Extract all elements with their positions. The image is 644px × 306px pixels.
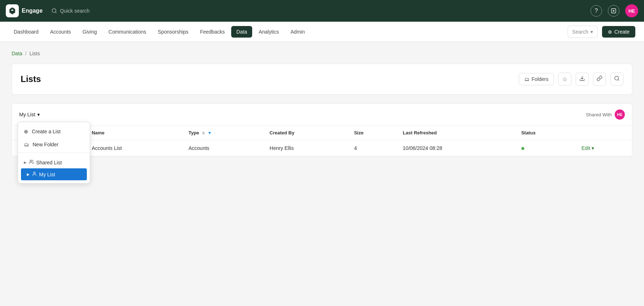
breadcrumb-root[interactable]: Data	[12, 51, 22, 56]
link-button[interactable]	[593, 73, 606, 86]
quick-search-label: Quick search	[60, 8, 90, 14]
col-status[interactable]: Status	[516, 126, 576, 140]
download-icon	[579, 76, 585, 83]
star-icon: ☆	[562, 76, 567, 83]
app-name: Engage	[22, 8, 43, 14]
nav-data[interactable]: Data	[231, 26, 252, 38]
nav-analytics[interactable]: Analytics	[254, 26, 284, 38]
dropdown-tree-section: ▶ Shared List ▶	[18, 154, 90, 180]
edit-button[interactable]: Edit ▾	[581, 145, 626, 151]
lists-table: Ref ⇅ Name Type ⇅ ▼ Created By	[12, 126, 632, 156]
breadcrumb: Data / Lists	[12, 51, 632, 56]
star-button[interactable]: ☆	[558, 73, 571, 86]
create-list-label: Create a List	[32, 129, 60, 134]
cell-created-by: Henry Ellis	[264, 140, 348, 156]
col-size[interactable]: Size	[348, 126, 397, 140]
nav-giving[interactable]: Giving	[77, 26, 102, 38]
shared-with-label: Shared With	[586, 112, 612, 117]
type-sort-icon: ⇅	[202, 131, 205, 135]
shared-with-avatar: HE	[615, 109, 625, 120]
nav-feedbacks[interactable]: Feedbacks	[195, 26, 230, 38]
svg-point-3	[615, 76, 619, 80]
user-avatar[interactable]: HE	[625, 4, 638, 17]
link-icon	[597, 76, 602, 83]
nav-search-button[interactable]: Search ▾	[568, 26, 598, 38]
my-list-tree-item[interactable]: ▶ My List	[21, 168, 87, 180]
create-list-plus-icon: ⊕	[24, 129, 28, 134]
table-container: Ref ⇅ Name Type ⇅ ▼ Created By	[12, 126, 632, 156]
dropdown-menu: ⊕ Create a List 🗂 New Folder ▶ Sh	[18, 122, 90, 184]
main-content: Data / Lists Lists 🗂 Folders ☆	[0, 42, 644, 165]
my-list-label: My List	[19, 112, 35, 117]
logo-container[interactable]: Engage	[6, 4, 43, 17]
edit-chevron-icon: ▾	[592, 145, 594, 151]
top-bar: Engage Quick search ? HE	[0, 0, 644, 22]
shared-list-person-icon	[29, 159, 34, 165]
type-filter-icon: ▼	[208, 130, 212, 135]
cell-status	[516, 140, 576, 156]
list-area: My List ▾ Shared With HE ⊕ Create a List…	[12, 103, 632, 157]
folders-label: Folders	[531, 76, 548, 82]
logo-icon	[6, 4, 19, 17]
col-last-refreshed[interactable]: Last Refreshed	[397, 126, 515, 140]
cell-size: 4	[348, 140, 397, 156]
my-list-tree-label: My List	[39, 172, 55, 177]
status-active-dot	[521, 147, 524, 150]
nav-accounts[interactable]: Accounts	[45, 26, 76, 38]
svg-point-4	[30, 160, 32, 162]
help-icon: ?	[595, 8, 598, 14]
nav-sponsorships[interactable]: Sponsorships	[153, 26, 194, 38]
cell-last-refreshed: 10/06/2024 08:28	[397, 140, 515, 156]
cell-edit: Edit ▾	[576, 140, 632, 156]
nav-right: Search ▾ ⊕ Create	[568, 26, 635, 38]
top-bar-right: ? HE	[590, 4, 638, 17]
new-folder-label: New Folder	[33, 142, 59, 147]
header-actions: 🗂 Folders ☆	[519, 73, 623, 86]
folder-icon: 🗂	[524, 76, 529, 82]
nav-bar: Dashboard Accounts Giving Communications…	[0, 22, 644, 42]
nav-search-chevron-icon: ▾	[590, 29, 593, 35]
nav-admin[interactable]: Admin	[285, 26, 310, 38]
svg-point-5	[34, 172, 35, 174]
nav-dashboard[interactable]: Dashboard	[9, 26, 44, 38]
notifications-button[interactable]	[608, 5, 619, 17]
my-list-dropdown[interactable]: My List ▾	[19, 112, 40, 117]
table-row: LS10004 Accounts List Accounts Henry Ell…	[12, 140, 632, 156]
avatar-initials: HE	[628, 8, 635, 14]
list-toolbar: My List ▾ Shared With HE	[12, 104, 632, 126]
col-type[interactable]: Type ⇅ ▼	[183, 126, 264, 140]
my-list-person-icon	[32, 171, 37, 177]
create-label: Create	[614, 29, 630, 35]
cell-type: Accounts	[183, 140, 264, 156]
search-button[interactable]	[610, 73, 623, 86]
col-actions	[576, 126, 632, 140]
search-icon	[614, 76, 620, 83]
cell-name: Accounts List	[86, 140, 183, 156]
page-title: Lists	[21, 74, 41, 84]
nav-search-label: Search	[572, 29, 588, 35]
my-list-chevron-icon: ▾	[37, 112, 40, 117]
nav-communications[interactable]: Communications	[103, 26, 151, 38]
new-folder-icon: 🗂	[24, 142, 29, 147]
page-header-card: Lists 🗂 Folders ☆	[12, 64, 632, 95]
breadcrumb-current: Lists	[29, 51, 40, 56]
shared-list-arrow-icon: ▶	[24, 160, 27, 164]
shared-list-tree-item[interactable]: ▶ Shared List	[18, 156, 90, 168]
col-created-by[interactable]: Created By	[264, 126, 348, 140]
create-button[interactable]: ⊕ Create	[602, 26, 635, 38]
help-button[interactable]: ?	[590, 5, 602, 17]
folders-button[interactable]: 🗂 Folders	[519, 73, 554, 85]
my-list-arrow-icon: ▶	[27, 172, 30, 176]
shared-avatar-initials: HE	[617, 112, 622, 117]
create-list-item[interactable]: ⊕ Create a List	[18, 125, 90, 138]
breadcrumb-separator: /	[25, 51, 27, 56]
quick-search[interactable]: Quick search	[51, 8, 90, 14]
download-button[interactable]	[576, 73, 589, 86]
edit-label: Edit	[581, 145, 590, 151]
create-plus-icon: ⊕	[608, 29, 612, 35]
col-name[interactable]: Name	[86, 126, 183, 140]
svg-point-0	[52, 9, 56, 13]
shared-with-area: Shared With HE	[586, 109, 625, 120]
shared-list-label: Shared List	[36, 160, 62, 165]
new-folder-item[interactable]: 🗂 New Folder	[18, 138, 90, 151]
